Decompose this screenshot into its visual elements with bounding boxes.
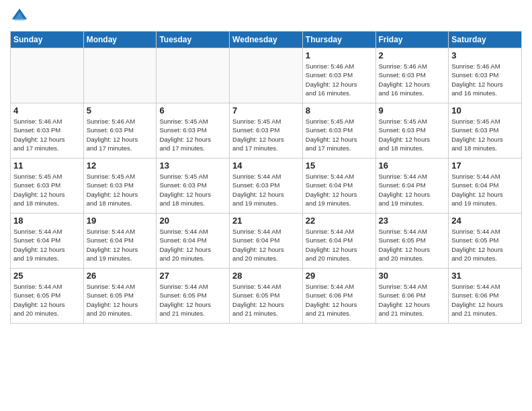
- calendar-cell: 9Sunrise: 5:45 AM Sunset: 6:03 PM Daylig…: [375, 103, 449, 158]
- day-number: 4: [13, 105, 81, 116]
- day-info: Sunrise: 5:45 AM Sunset: 6:03 PM Dayligh…: [159, 172, 226, 208]
- day-number: 21: [232, 216, 300, 226]
- calendar-cell: 4Sunrise: 5:46 AM Sunset: 6:03 PM Daylig…: [11, 103, 84, 158]
- header: [10, 7, 522, 26]
- calendar-cell: 1Sunrise: 5:46 AM Sunset: 6:03 PM Daylig…: [302, 48, 375, 103]
- day-info: Sunrise: 5:44 AM Sunset: 6:04 PM Dayligh…: [379, 172, 446, 208]
- day-info: Sunrise: 5:45 AM Sunset: 6:03 PM Dayligh…: [379, 117, 446, 152]
- calendar-cell: 31Sunrise: 5:44 AM Sunset: 6:06 PM Dayli…: [449, 269, 522, 324]
- day-number: 18: [13, 216, 81, 226]
- day-info: Sunrise: 5:44 AM Sunset: 6:04 PM Dayligh…: [306, 227, 373, 263]
- calendar-cell: 10Sunrise: 5:45 AM Sunset: 6:03 PM Dayli…: [449, 103, 522, 158]
- day-info: Sunrise: 5:44 AM Sunset: 6:05 PM Dayligh…: [451, 227, 519, 263]
- calendar-week-3: 18Sunrise: 5:44 AM Sunset: 6:04 PM Dayli…: [11, 214, 522, 269]
- calendar-table: SundayMondayTuesdayWednesdayThursdayFrid…: [10, 31, 522, 324]
- day-number: 6: [159, 105, 226, 116]
- calendar-cell: 19Sunrise: 5:44 AM Sunset: 6:04 PM Dayli…: [83, 214, 157, 269]
- day-info: Sunrise: 5:46 AM Sunset: 6:03 PM Dayligh…: [451, 62, 519, 97]
- day-number: 12: [87, 161, 154, 171]
- day-info: Sunrise: 5:45 AM Sunset: 6:03 PM Dayligh…: [451, 117, 519, 152]
- calendar-cell: [230, 48, 303, 103]
- logo-icon: [10, 7, 29, 26]
- calendar-cell: 13Sunrise: 5:45 AM Sunset: 6:03 PM Dayli…: [157, 158, 230, 214]
- day-number: 23: [379, 216, 446, 226]
- calendar-cell: 27Sunrise: 5:44 AM Sunset: 6:05 PM Dayli…: [157, 269, 230, 324]
- page: SundayMondayTuesdayWednesdayThursdayFrid…: [0, 0, 532, 411]
- day-info: Sunrise: 5:44 AM Sunset: 6:05 PM Dayligh…: [232, 282, 300, 318]
- day-header-sunday: Sunday: [11, 32, 84, 48]
- logo: [10, 7, 32, 26]
- day-number: 14: [232, 161, 300, 171]
- day-info: Sunrise: 5:44 AM Sunset: 6:06 PM Dayligh…: [379, 282, 446, 318]
- day-number: 13: [159, 161, 226, 171]
- day-header-thursday: Thursday: [302, 32, 375, 48]
- day-number: 15: [306, 161, 373, 171]
- day-info: Sunrise: 5:44 AM Sunset: 6:04 PM Dayligh…: [232, 227, 300, 263]
- day-info: Sunrise: 5:46 AM Sunset: 6:03 PM Dayligh…: [306, 62, 373, 97]
- calendar-cell: 26Sunrise: 5:44 AM Sunset: 6:05 PM Dayli…: [83, 269, 157, 324]
- calendar-cell: 2Sunrise: 5:46 AM Sunset: 6:03 PM Daylig…: [375, 48, 449, 103]
- day-info: Sunrise: 5:45 AM Sunset: 6:03 PM Dayligh…: [232, 117, 300, 152]
- calendar-cell: 23Sunrise: 5:44 AM Sunset: 6:05 PM Dayli…: [375, 214, 449, 269]
- day-number: 17: [451, 161, 519, 171]
- day-number: 30: [379, 271, 446, 281]
- calendar-cell: 15Sunrise: 5:44 AM Sunset: 6:04 PM Dayli…: [302, 158, 375, 214]
- calendar-cell: 25Sunrise: 5:44 AM Sunset: 6:05 PM Dayli…: [11, 269, 84, 324]
- calendar-cell: 7Sunrise: 5:45 AM Sunset: 6:03 PM Daylig…: [230, 103, 303, 158]
- day-info: Sunrise: 5:45 AM Sunset: 6:03 PM Dayligh…: [13, 172, 81, 208]
- calendar-cell: 14Sunrise: 5:44 AM Sunset: 6:03 PM Dayli…: [230, 158, 303, 214]
- calendar-cell: 28Sunrise: 5:44 AM Sunset: 6:05 PM Dayli…: [230, 269, 303, 324]
- day-info: Sunrise: 5:45 AM Sunset: 6:03 PM Dayligh…: [159, 117, 226, 152]
- calendar-cell: 11Sunrise: 5:45 AM Sunset: 6:03 PM Dayli…: [11, 158, 84, 214]
- day-number: 3: [451, 50, 519, 60]
- day-number: 22: [306, 216, 373, 226]
- day-info: Sunrise: 5:46 AM Sunset: 6:03 PM Dayligh…: [379, 62, 446, 97]
- day-info: Sunrise: 5:44 AM Sunset: 6:05 PM Dayligh…: [159, 282, 226, 318]
- day-header-monday: Monday: [83, 32, 157, 48]
- day-info: Sunrise: 5:44 AM Sunset: 6:04 PM Dayligh…: [451, 172, 519, 208]
- day-header-friday: Friday: [375, 32, 449, 48]
- day-info: Sunrise: 5:44 AM Sunset: 6:06 PM Dayligh…: [451, 282, 519, 318]
- day-number: 11: [13, 161, 81, 171]
- calendar-cell: [83, 48, 157, 103]
- day-number: 19: [87, 216, 154, 226]
- calendar-cell: 24Sunrise: 5:44 AM Sunset: 6:05 PM Dayli…: [449, 214, 522, 269]
- day-info: Sunrise: 5:44 AM Sunset: 6:05 PM Dayligh…: [87, 282, 154, 318]
- day-number: 29: [306, 271, 373, 281]
- day-info: Sunrise: 5:44 AM Sunset: 6:04 PM Dayligh…: [87, 227, 154, 263]
- calendar-cell: 16Sunrise: 5:44 AM Sunset: 6:04 PM Dayli…: [375, 158, 449, 214]
- day-header-wednesday: Wednesday: [230, 32, 303, 48]
- calendar-cell: 3Sunrise: 5:46 AM Sunset: 6:03 PM Daylig…: [449, 48, 522, 103]
- day-number: 10: [451, 105, 519, 116]
- day-number: 1: [306, 50, 373, 60]
- day-info: Sunrise: 5:46 AM Sunset: 6:03 PM Dayligh…: [13, 117, 81, 152]
- calendar-cell: 30Sunrise: 5:44 AM Sunset: 6:06 PM Dayli…: [375, 269, 449, 324]
- day-number: 20: [159, 216, 226, 226]
- day-info: Sunrise: 5:44 AM Sunset: 6:04 PM Dayligh…: [306, 172, 373, 208]
- calendar-cell: 17Sunrise: 5:44 AM Sunset: 6:04 PM Dayli…: [449, 158, 522, 214]
- day-info: Sunrise: 5:44 AM Sunset: 6:04 PM Dayligh…: [13, 227, 81, 263]
- day-info: Sunrise: 5:44 AM Sunset: 6:03 PM Dayligh…: [232, 172, 300, 208]
- day-number: 26: [87, 271, 154, 281]
- day-header-saturday: Saturday: [449, 32, 522, 48]
- day-number: 28: [232, 271, 300, 281]
- calendar-cell: 20Sunrise: 5:44 AM Sunset: 6:04 PM Dayli…: [157, 214, 230, 269]
- calendar-header-row: SundayMondayTuesdayWednesdayThursdayFrid…: [11, 32, 522, 48]
- calendar-week-4: 25Sunrise: 5:44 AM Sunset: 6:05 PM Dayli…: [11, 269, 522, 324]
- day-number: 7: [232, 105, 300, 116]
- day-number: 9: [379, 105, 446, 116]
- day-number: 31: [451, 271, 519, 281]
- day-number: 5: [87, 105, 154, 116]
- day-number: 16: [379, 161, 446, 171]
- day-info: Sunrise: 5:44 AM Sunset: 6:05 PM Dayligh…: [379, 227, 446, 263]
- calendar-week-0: 1Sunrise: 5:46 AM Sunset: 6:03 PM Daylig…: [11, 48, 522, 103]
- day-number: 24: [451, 216, 519, 226]
- calendar-week-2: 11Sunrise: 5:45 AM Sunset: 6:03 PM Dayli…: [11, 158, 522, 214]
- day-header-tuesday: Tuesday: [157, 32, 230, 48]
- day-number: 2: [379, 50, 446, 60]
- calendar-cell: 22Sunrise: 5:44 AM Sunset: 6:04 PM Dayli…: [302, 214, 375, 269]
- day-info: Sunrise: 5:44 AM Sunset: 6:04 PM Dayligh…: [159, 227, 226, 263]
- day-number: 8: [306, 105, 373, 116]
- calendar-cell: 8Sunrise: 5:45 AM Sunset: 6:03 PM Daylig…: [302, 103, 375, 158]
- day-info: Sunrise: 5:45 AM Sunset: 6:03 PM Dayligh…: [87, 172, 154, 208]
